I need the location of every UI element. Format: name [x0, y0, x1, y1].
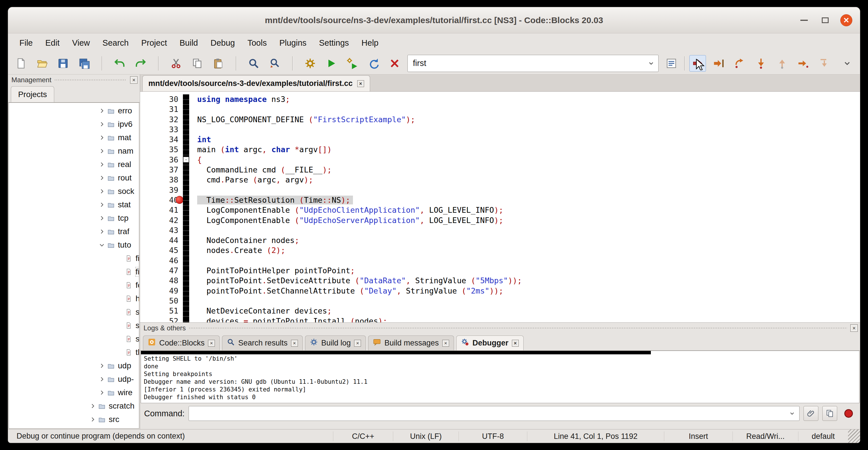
step-into-instruction-button[interactable]	[816, 55, 833, 72]
breakpoint-margin[interactable]	[183, 275, 189, 286]
menu-view[interactable]: View	[66, 38, 96, 48]
line-number[interactable]: 40	[140, 195, 183, 205]
panel-grip[interactable]	[189, 327, 847, 329]
find-button[interactable]	[245, 55, 262, 72]
tree-item-udp[interactable]: udp	[9, 359, 139, 372]
tree-item-fif[interactable]: fif	[9, 251, 139, 265]
logs-tab-build-log[interactable]: Build log×	[305, 335, 366, 350]
tab-close-icon[interactable]: ×	[512, 340, 519, 347]
menu-help[interactable]: Help	[355, 38, 385, 48]
chevron-right-icon[interactable]	[97, 200, 106, 209]
line-number[interactable]: 36	[140, 155, 183, 165]
breakpoint-margin[interactable]	[183, 296, 189, 306]
breakpoint-margin[interactable]	[183, 286, 189, 296]
debug-continue-button[interactable]	[689, 55, 706, 72]
tab-close-icon[interactable]: ×	[442, 340, 449, 347]
command-input[interactable]	[189, 406, 785, 421]
chevron-right-icon[interactable]	[97, 120, 106, 129]
logs-tab-code-blocks[interactable]: Code::Blocks×	[143, 335, 220, 350]
tree-item-tuto[interactable]: tuto	[9, 238, 139, 251]
chevron-right-icon[interactable]	[97, 147, 106, 156]
tree-item-wire[interactable]: wire	[9, 386, 139, 399]
breakpoint-margin[interactable]	[183, 94, 189, 104]
tree-item-th[interactable]: th	[9, 346, 139, 359]
tree-item-six[interactable]: six	[9, 332, 139, 346]
line-number[interactable]: 32	[140, 115, 183, 124]
line-number[interactable]: 30	[140, 94, 183, 104]
minimize-button[interactable]	[798, 14, 810, 27]
tree-item-nam[interactable]: nam	[9, 144, 139, 158]
breakpoint-margin[interactable]	[183, 134, 189, 145]
line-number[interactable]: 46	[140, 256, 183, 266]
save-all-button[interactable]	[76, 55, 92, 72]
breakpoint-margin[interactable]	[183, 256, 189, 266]
chevron-right-icon[interactable]	[97, 227, 106, 236]
chevron-down-icon[interactable]	[644, 55, 658, 72]
close-button[interactable]: ✕	[840, 14, 852, 27]
chevron-right-icon[interactable]	[97, 173, 106, 182]
tree-item-mat[interactable]: mat	[9, 131, 139, 144]
cut-button[interactable]	[168, 55, 184, 72]
breakpoint-margin[interactable]	[183, 205, 189, 215]
menu-debug[interactable]: Debug	[204, 38, 241, 48]
menu-plugins[interactable]: Plugins	[273, 38, 313, 48]
tree-item-real[interactable]: real	[9, 158, 139, 171]
menu-build[interactable]: Build	[173, 38, 204, 48]
tree-item-ipv6[interactable]: ipv6	[9, 117, 139, 131]
tree-item-se[interactable]: se	[9, 319, 139, 332]
tree-item-sock[interactable]: sock	[9, 184, 139, 198]
line-number[interactable]: 48	[140, 275, 183, 286]
logs-tab-search-results[interactable]: Search results×	[222, 335, 303, 350]
build-target-input[interactable]	[408, 55, 644, 72]
logs-tab-build-messages[interactable]: Build messages×	[368, 335, 454, 350]
line-number[interactable]: 52	[140, 316, 183, 322]
tree-item-he[interactable]: he	[9, 292, 139, 305]
breakpoint-margin[interactable]	[183, 195, 189, 205]
line-number[interactable]: 44	[140, 235, 183, 245]
line-number[interactable]: 41	[140, 205, 183, 215]
chevron-right-icon[interactable]	[97, 160, 106, 169]
build-and-run-button[interactable]	[344, 55, 361, 72]
step-out-button[interactable]	[774, 55, 790, 72]
copy-button[interactable]	[189, 55, 206, 72]
replace-button[interactable]	[267, 55, 283, 72]
run-button[interactable]	[323, 55, 340, 72]
chevron-right-icon[interactable]	[97, 388, 106, 397]
tree-item-scratch[interactable]: scratch	[9, 399, 139, 413]
tree-item-traf[interactable]: traf	[9, 225, 139, 238]
tree-item-fo[interactable]: fo	[9, 278, 139, 292]
chevron-right-icon[interactable]	[88, 415, 97, 424]
tree-item-se[interactable]: se	[9, 305, 139, 319]
step-into-button[interactable]	[753, 55, 769, 72]
menu-settings[interactable]: Settings	[313, 38, 355, 48]
title-bar[interactable]: mnt/dev/tools/source/ns-3-dev/examples/t…	[8, 7, 860, 33]
redo-button[interactable]	[132, 55, 149, 72]
undo-button[interactable]	[111, 55, 128, 72]
fold-marker-icon[interactable]: -	[183, 157, 189, 162]
paste-button[interactable]	[210, 55, 226, 72]
breakpoint-marker[interactable]	[176, 196, 183, 204]
breakpoint-margin[interactable]	[183, 145, 189, 154]
project-tree[interactable]: erroipv6matnamrealroutsockstattcptraftut…	[8, 102, 139, 428]
line-number[interactable]: 51	[140, 306, 183, 316]
breakpoint-margin[interactable]	[183, 185, 189, 195]
tree-item-tcp[interactable]: tcp	[9, 211, 139, 225]
logs-tab-debugger[interactable]: Debugger×	[456, 335, 524, 350]
menu-tools[interactable]: Tools	[241, 38, 273, 48]
open-file-button[interactable]	[34, 55, 50, 72]
management-close-icon[interactable]: ×	[130, 76, 137, 84]
chevron-down-icon[interactable]	[785, 406, 799, 421]
breakpoint-margin[interactable]	[183, 165, 189, 175]
tree-item-rout[interactable]: rout	[9, 171, 139, 184]
line-number[interactable]: 50	[140, 296, 183, 306]
build-target-combo[interactable]	[407, 55, 658, 72]
command-combo[interactable]	[189, 406, 800, 421]
tree-item-udp-[interactable]: udp-	[9, 372, 139, 386]
breakpoint-margin[interactable]	[183, 245, 189, 255]
toolbar-overflow-button[interactable]	[839, 55, 856, 72]
tree-item-fir[interactable]: fir	[9, 265, 139, 278]
chevron-right-icon[interactable]	[88, 401, 97, 411]
breakpoint-margin[interactable]	[183, 175, 189, 185]
rebuild-button[interactable]	[365, 55, 382, 72]
line-number[interactable]: 45	[140, 245, 183, 255]
